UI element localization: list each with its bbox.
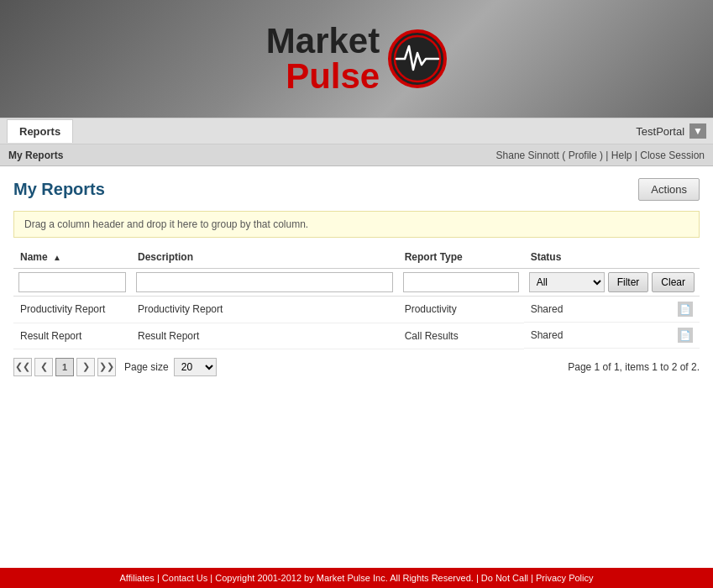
- sub-nav: My Reports Shane Sinnott ( Profile ) | H…: [0, 144, 713, 166]
- reports-tab[interactable]: Reports: [7, 119, 73, 143]
- filter-status-cell: All Filter Clear: [524, 269, 700, 297]
- logo-icon: [388, 29, 447, 88]
- row2-action-icon[interactable]: 📄: [678, 328, 693, 343]
- privacy-policy-link[interactable]: Privacy Policy: [536, 573, 593, 583]
- filter-description-input[interactable]: [136, 272, 393, 292]
- row1-status: Shared 📄: [524, 297, 700, 323]
- row1-description: Productivity Report: [131, 297, 398, 323]
- footer: Affiliates | Contact Us | Copyright 2001…: [0, 568, 713, 588]
- table-header-row: Name ▲ Description Report Type Status: [13, 246, 700, 269]
- contact-us-link[interactable]: Contact Us: [162, 573, 207, 583]
- page-size-select[interactable]: 10 20 50 100: [174, 358, 217, 376]
- table-row: Productivity Report Productivity Report …: [13, 297, 700, 323]
- page-size-label: Page size: [124, 361, 169, 373]
- table-body: Productivity Report Productivity Report …: [13, 297, 700, 349]
- my-reports-link[interactable]: My Reports: [8, 150, 63, 161]
- filter-report-type-input[interactable]: [403, 272, 519, 292]
- page-header-row: My Reports Actions: [13, 178, 700, 201]
- help-link[interactable]: Help: [611, 150, 632, 161]
- sub-nav-right: Shane Sinnott ( Profile ) | Help | Close…: [496, 150, 705, 161]
- pager-page1-button[interactable]: 1: [55, 358, 74, 376]
- logo-area: Market Pulse: [266, 24, 447, 94]
- filter-name-cell: [13, 269, 131, 297]
- row1-action-icon[interactable]: 📄: [678, 302, 693, 317]
- user-area: TestPortal ▼: [636, 123, 706, 139]
- pager-next-button[interactable]: ❯: [76, 358, 95, 376]
- actions-button[interactable]: Actions: [638, 178, 700, 201]
- row1-name: Productivity Report: [13, 297, 131, 323]
- close-session-link[interactable]: Close Session: [640, 150, 705, 161]
- filter-description-cell: [131, 269, 398, 297]
- affiliates-link[interactable]: Affiliates: [120, 573, 155, 583]
- reports-table: Name ▲ Description Report Type Status: [13, 246, 700, 349]
- main-content: My Reports Actions Drag a column header …: [0, 166, 713, 388]
- filter-row: All Filter Clear: [13, 269, 700, 297]
- col-status: Status: [524, 246, 700, 269]
- logo-pulse-text: Pulse: [286, 59, 380, 94]
- logo-market-text: Market: [266, 24, 380, 59]
- portal-name: TestPortal: [636, 125, 684, 138]
- clear-button[interactable]: Clear: [652, 272, 695, 292]
- pager: ❮❮ ❮ 1 ❯ ❯❯: [13, 358, 116, 376]
- page-title: My Reports: [13, 180, 105, 199]
- header: Market Pulse: [0, 0, 713, 118]
- col-description: Description: [131, 246, 398, 269]
- name-sort-icon[interactable]: ▲: [53, 253, 61, 262]
- pager-last-button[interactable]: ❯❯: [97, 358, 116, 376]
- user-name: Shane Sinnott: [496, 150, 559, 161]
- filter-report-type-cell: [398, 269, 524, 297]
- col-name: Name ▲: [13, 246, 131, 269]
- do-not-call-link[interactable]: Do Not Call: [481, 573, 528, 583]
- status-filter-select[interactable]: All: [529, 272, 605, 292]
- portal-dropdown-button[interactable]: ▼: [689, 123, 706, 139]
- top-nav: Reports TestPortal ▼: [0, 118, 713, 144]
- page-info: Page 1 of 1, items 1 to 2 of 2.: [568, 361, 700, 373]
- row2-name: Result Report: [13, 323, 131, 349]
- filter-actions-area: All Filter Clear: [529, 272, 695, 292]
- profile-link[interactable]: ( Profile ): [562, 150, 603, 161]
- filter-button[interactable]: Filter: [608, 272, 649, 292]
- page-size-area: Page size 10 20 50 100: [124, 358, 217, 376]
- pager-first-button[interactable]: ❮❮: [13, 358, 32, 376]
- pagination-row: ❮❮ ❮ 1 ❯ ❯❯ Page size 10 20 50 100 Page …: [13, 358, 700, 376]
- row2-report-type: Call Results: [398, 323, 524, 349]
- col-report-type: Report Type: [398, 246, 524, 269]
- table-row: Result Report Result Report Call Results…: [13, 323, 700, 349]
- row1-report-type: Productivity: [398, 297, 524, 323]
- pager-prev-button[interactable]: ❮: [34, 358, 53, 376]
- group-hint-bar: Drag a column header and drop it here to…: [13, 211, 700, 238]
- filter-name-input[interactable]: [18, 272, 126, 292]
- row2-status: Shared 📄: [524, 323, 700, 349]
- row2-description: Result Report: [131, 323, 398, 349]
- footer-copyright: Copyright 2001-2012 by Market Pulse Inc.…: [215, 573, 474, 583]
